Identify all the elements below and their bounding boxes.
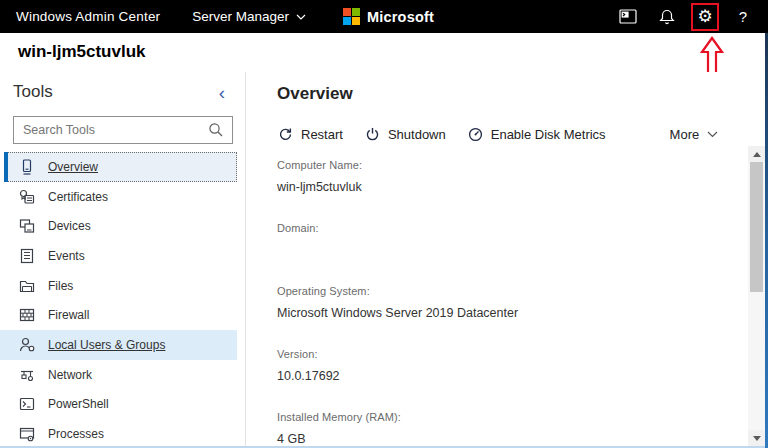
sidebar-item-processes[interactable]: Processes bbox=[0, 419, 245, 448]
overview-fields: Computer Name: win-ljm5ctuvluk Domain: O… bbox=[277, 159, 748, 448]
tools-sidebar: Tools ‹ Overview Certificates bbox=[0, 72, 246, 446]
more-label: More bbox=[670, 127, 700, 142]
enable-disk-metrics-label: Enable Disk Metrics bbox=[491, 127, 606, 142]
field-value: win-ljm5ctuvluk bbox=[277, 180, 748, 195]
microsoft-logo-icon bbox=[343, 8, 360, 25]
solution-dropdown[interactable]: Server Manager bbox=[192, 9, 306, 24]
events-icon bbox=[19, 248, 35, 264]
sidebar-item-devices[interactable]: Devices bbox=[0, 211, 245, 241]
more-button[interactable]: More bbox=[659, 123, 730, 146]
gauge-icon bbox=[468, 127, 483, 142]
settings-button[interactable]: ⚙ bbox=[691, 3, 719, 31]
network-icon bbox=[19, 367, 35, 383]
scrollbar-thumb[interactable] bbox=[750, 162, 763, 292]
restart-button[interactable]: Restart bbox=[267, 123, 354, 146]
field-computer-name: Computer Name: win-ljm5ctuvluk bbox=[277, 159, 748, 195]
overview-toolbar: Restart Shutdown Enable Disk Metrics Mor… bbox=[267, 123, 748, 146]
enable-disk-metrics-button[interactable]: Enable Disk Metrics bbox=[457, 123, 617, 146]
field-label: Domain: bbox=[277, 222, 748, 234]
sidebar-item-label: Events bbox=[48, 249, 85, 263]
sidebar-item-firewall[interactable]: Firewall bbox=[0, 300, 245, 330]
field-label: Installed Memory (RAM): bbox=[277, 411, 748, 423]
certificate-icon bbox=[19, 189, 35, 205]
sidebar-item-overview[interactable]: Overview bbox=[4, 152, 237, 182]
sidebar-item-label: PowerShell bbox=[48, 397, 109, 411]
sidebar-item-label: Firewall bbox=[48, 308, 89, 322]
sidebar-item-label: Certificates bbox=[48, 190, 108, 204]
sidebar-item-events[interactable]: Events bbox=[0, 241, 245, 271]
admin-terminal-button[interactable] bbox=[613, 4, 643, 30]
files-icon bbox=[19, 278, 35, 294]
field-label: Version: bbox=[277, 348, 748, 360]
overview-panel: Overview Restart Shutdown bbox=[247, 72, 748, 446]
search-icon[interactable] bbox=[208, 122, 224, 138]
tools-header: Tools ‹ bbox=[0, 72, 245, 110]
tools-title: Tools bbox=[13, 82, 53, 102]
tools-list: Overview Certificates Devices Events bbox=[0, 152, 245, 448]
restart-icon bbox=[278, 127, 293, 142]
users-icon bbox=[19, 337, 35, 353]
processes-icon bbox=[19, 426, 35, 442]
scroll-up-arrow-icon bbox=[753, 152, 761, 157]
sidebar-item-network[interactable]: Network bbox=[0, 360, 245, 390]
bell-icon bbox=[659, 8, 675, 25]
terminal-icon bbox=[619, 9, 637, 24]
field-value bbox=[277, 243, 748, 258]
power-icon bbox=[365, 127, 380, 142]
sidebar-item-powershell[interactable]: PowerShell bbox=[0, 390, 245, 420]
chevron-down-icon bbox=[296, 14, 306, 20]
topbar-actions: ⚙ ? bbox=[613, 0, 758, 33]
scroll-down-button[interactable] bbox=[748, 430, 765, 446]
search-input[interactable] bbox=[13, 116, 233, 144]
sidebar-item-certificates[interactable]: Certificates bbox=[0, 182, 245, 212]
field-domain: Domain: bbox=[277, 222, 748, 258]
notifications-button[interactable] bbox=[652, 4, 682, 30]
sidebar-item-label: Devices bbox=[48, 219, 91, 233]
powershell-icon bbox=[19, 396, 35, 412]
shutdown-button[interactable]: Shutdown bbox=[354, 123, 457, 146]
devices-icon bbox=[19, 218, 35, 234]
windows-admin-center-window: Windows Admin Center Server Manager Micr… bbox=[0, 0, 768, 448]
sidebar-item-label: Overview bbox=[48, 160, 98, 174]
app-title[interactable]: Windows Admin Center bbox=[16, 9, 160, 24]
tools-search bbox=[13, 116, 232, 144]
solution-label: Server Manager bbox=[192, 9, 289, 24]
server-name-title: win-ljm5ctuvluk bbox=[18, 42, 146, 62]
top-bar: Windows Admin Center Server Manager Micr… bbox=[0, 0, 768, 33]
field-value: 10.0.17692 bbox=[277, 369, 748, 384]
vertical-scrollbar[interactable] bbox=[748, 146, 765, 446]
field-value: Microsoft Windows Server 2019 Datacenter bbox=[277, 306, 748, 321]
sidebar-item-label: Files bbox=[48, 279, 73, 293]
help-icon: ? bbox=[739, 8, 747, 25]
sidebar-item-label: Processes bbox=[48, 427, 104, 441]
scroll-down-arrow-icon bbox=[753, 436, 761, 441]
sidebar-item-label: Local Users & Groups bbox=[48, 338, 165, 352]
field-operating-system: Operating System: Microsoft Windows Serv… bbox=[277, 285, 748, 321]
field-label: Operating System: bbox=[277, 285, 748, 297]
sidebar-item-label: Network bbox=[48, 368, 92, 382]
sidebar-item-files[interactable]: Files bbox=[0, 271, 245, 301]
firewall-icon bbox=[19, 307, 35, 323]
help-button[interactable]: ? bbox=[728, 4, 758, 30]
field-version: Version: 10.0.17692 bbox=[277, 348, 748, 384]
brand-name: Microsoft bbox=[367, 9, 434, 25]
collapse-sidebar-button[interactable]: ‹ bbox=[219, 83, 225, 102]
gear-icon: ⚙ bbox=[697, 8, 712, 25]
field-value: 4 GB bbox=[277, 432, 748, 447]
page-title: Overview bbox=[277, 84, 748, 104]
server-icon bbox=[19, 159, 35, 175]
sidebar-item-local-users-groups[interactable]: Local Users & Groups bbox=[0, 330, 237, 360]
shutdown-label: Shutdown bbox=[388, 127, 446, 142]
chevron-down-icon bbox=[707, 131, 718, 138]
scroll-up-button[interactable] bbox=[748, 146, 765, 162]
microsoft-brand: Microsoft bbox=[343, 0, 434, 33]
field-installed-memory: Installed Memory (RAM): 4 GB bbox=[277, 411, 748, 447]
field-label: Computer Name: bbox=[277, 159, 748, 171]
restart-label: Restart bbox=[301, 127, 343, 142]
